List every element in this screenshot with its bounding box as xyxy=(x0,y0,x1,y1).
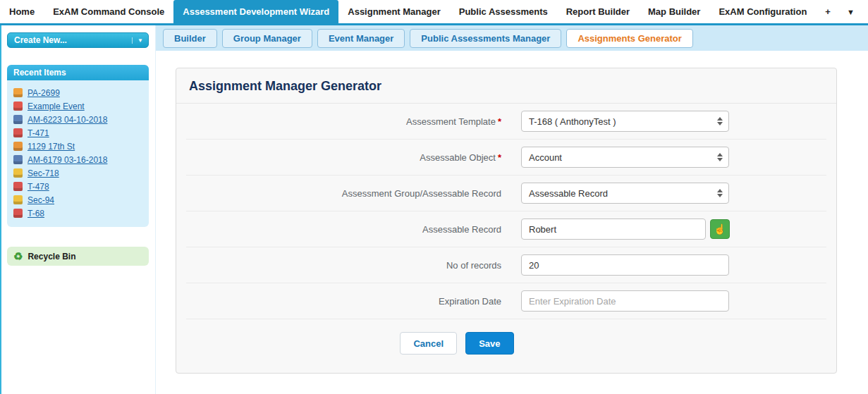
recent-item-link[interactable]: PA-2699 xyxy=(27,88,60,98)
assessable-object-row: Assessable Object* Account xyxy=(186,140,826,176)
assessment-template-select[interactable]: T-168 ( AnthonyTest ) xyxy=(521,111,729,132)
recent-item-link[interactable]: Sec-94 xyxy=(27,195,54,205)
no-of-records-label: No of records xyxy=(446,260,501,271)
select-value: Account xyxy=(529,152,562,163)
nav-overflow-button[interactable]: ▼ xyxy=(840,0,862,23)
main-content: Builder Group Manager Event Manager Publ… xyxy=(155,25,868,394)
list-item: T-478 xyxy=(13,180,142,193)
template-icon xyxy=(13,182,23,191)
group-or-record-select[interactable]: Assessable Record xyxy=(521,183,729,204)
assessable-object-select[interactable]: Account xyxy=(521,147,729,168)
section-icon xyxy=(13,195,23,204)
recent-item-link[interactable]: T-478 xyxy=(27,182,49,192)
assignment-generator-card: Assignment Manager Generator Assessment … xyxy=(176,68,837,374)
section-icon xyxy=(13,168,23,178)
assignment-icon xyxy=(13,115,23,124)
page-content: Create New... ▼ Recent Items PA-2699 Exa… xyxy=(0,25,868,394)
expiration-date-label: Expiration Date xyxy=(439,296,501,307)
list-item: 1129 17th St xyxy=(13,140,142,153)
select-stepper-icon xyxy=(717,153,723,161)
add-tab-button[interactable]: + xyxy=(816,0,840,23)
save-button[interactable]: Save xyxy=(465,332,513,355)
required-marker: * xyxy=(498,116,501,127)
nav-tab-home[interactable]: Home xyxy=(0,0,44,23)
list-item: T-471 xyxy=(13,126,142,140)
recycle-icon: ♻ xyxy=(13,251,23,261)
assessable-record-input[interactable] xyxy=(521,218,706,240)
expiration-date-row: Expiration Date xyxy=(186,283,826,319)
list-item: T-68 xyxy=(13,207,142,220)
public-assessment-icon xyxy=(13,88,23,97)
recent-item-link[interactable]: 1129 17th St xyxy=(27,142,75,152)
list-item: PA-2699 xyxy=(13,86,142,99)
recycle-bin-link[interactable]: ♻ Recycle Bin xyxy=(7,247,149,266)
page-title: Assignment Manager Generator xyxy=(176,68,836,104)
sidebar: Create New... ▼ Recent Items PA-2699 Exa… xyxy=(1,25,155,394)
template-icon xyxy=(13,209,23,218)
assessable-record-control: ☝ xyxy=(521,218,730,240)
assignment-icon xyxy=(13,155,23,164)
form-body: Assessment Template* T-168 ( AnthonyTest… xyxy=(176,104,836,319)
recycle-bin-label: Recycle Bin xyxy=(27,252,75,261)
recent-item-link[interactable]: T-471 xyxy=(27,128,49,138)
list-item: Sec-718 xyxy=(13,166,142,180)
list-item: AM-6223 04-10-2018 xyxy=(13,113,142,126)
tab-builder[interactable]: Builder xyxy=(163,29,217,48)
cancel-button[interactable]: Cancel xyxy=(400,332,457,355)
top-navigation: Home ExAM Command Console Assessment Dev… xyxy=(0,0,868,23)
assessable-record-label: Assessable Record xyxy=(422,224,501,235)
assessment-template-label: Assessment Template xyxy=(406,116,496,127)
nav-tab-map-builder[interactable]: Map Builder xyxy=(639,0,709,23)
address-icon xyxy=(13,142,23,151)
nav-tab-assessment-development-wizard[interactable]: Assessment Development Wizard xyxy=(173,0,338,23)
recent-item-link[interactable]: Example Event xyxy=(27,101,85,111)
recent-items-list: PA-2699 Example Event AM-6223 04-10-2018… xyxy=(7,80,149,227)
select-value: Assessable Record xyxy=(529,188,608,199)
recent-item-link[interactable]: Sec-718 xyxy=(27,168,59,178)
expiration-date-input[interactable] xyxy=(521,290,729,312)
form-actions: Cancel Save xyxy=(176,319,836,370)
nav-tab-exam-command-console[interactable]: ExAM Command Console xyxy=(44,0,173,23)
group-or-record-row: Assessment Group/Assessable Record Asses… xyxy=(186,176,826,211)
assessment-template-row: Assessment Template* T-168 ( AnthonyTest… xyxy=(186,104,826,140)
recent-item-link[interactable]: T-68 xyxy=(27,209,44,218)
create-new-label: Create New... xyxy=(14,35,67,45)
recent-items-panel: Recent Items PA-2699 Example Event AM-62… xyxy=(7,65,149,227)
event-icon xyxy=(13,101,23,111)
recent-item-link[interactable]: AM-6179 03-16-2018 xyxy=(27,155,107,165)
nav-tab-assignment-manager[interactable]: Assignment Manager xyxy=(338,0,449,23)
record-lookup-button[interactable]: ☝ xyxy=(710,219,730,239)
create-new-button[interactable]: Create New... ▼ xyxy=(7,32,149,48)
no-of-records-input[interactable] xyxy=(521,254,729,276)
tab-public-assessments-manager[interactable]: Public Assessments Manager xyxy=(410,29,561,48)
tab-group-manager[interactable]: Group Manager xyxy=(222,29,312,48)
subtab-bar: Builder Group Manager Event Manager Publ… xyxy=(156,25,868,51)
list-item: Example Event xyxy=(13,99,142,113)
required-marker: * xyxy=(498,152,501,163)
select-stepper-icon xyxy=(717,117,723,125)
list-item: Sec-94 xyxy=(13,193,142,207)
lookup-icon: ☝ xyxy=(714,223,726,235)
group-or-record-label: Assessment Group/Assessable Record xyxy=(342,188,501,199)
select-stepper-icon xyxy=(717,189,723,197)
assessable-record-row: Assessable Record ☝ xyxy=(186,211,826,247)
select-value: T-168 ( AnthonyTest ) xyxy=(529,116,616,127)
assessable-object-label: Assessable Object xyxy=(420,152,496,163)
list-item: AM-6179 03-16-2018 xyxy=(13,153,142,166)
template-icon xyxy=(13,128,23,137)
recent-item-link[interactable]: AM-6223 04-10-2018 xyxy=(27,115,107,125)
nav-tab-exam-configuration[interactable]: ExAM Configuration xyxy=(709,0,816,23)
tab-event-manager[interactable]: Event Manager xyxy=(317,29,405,48)
tab-assignments-generator[interactable]: Assignments Generator xyxy=(566,29,692,48)
recent-items-title: Recent Items xyxy=(7,65,149,80)
chevron-down-icon: ▼ xyxy=(132,37,143,44)
no-of-records-row: No of records xyxy=(186,247,826,283)
nav-tab-public-assessments[interactable]: Public Assessments xyxy=(450,0,557,23)
nav-tab-report-builder[interactable]: Report Builder xyxy=(557,0,639,23)
